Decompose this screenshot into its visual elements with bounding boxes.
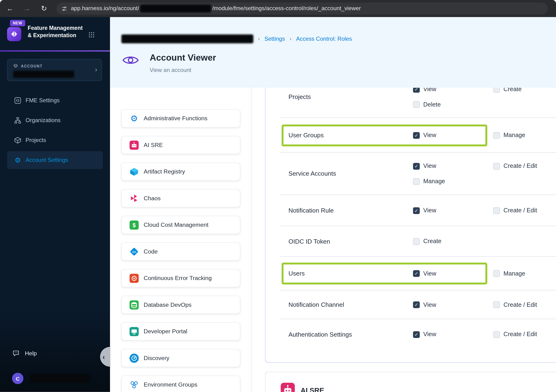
breadcrumb-roles[interactable]: Access Control: Roles <box>296 36 352 42</box>
module-card-developer-portal[interactable]: Developer Portal <box>121 322 240 340</box>
permission-option: ✓View <box>413 330 493 339</box>
module-card-continuous-error-tracking[interactable]: Continuous Error Tracking <box>121 269 240 287</box>
product-title: Feature Management & Experimentation <box>28 24 84 39</box>
resource-label: Notification Channel <box>280 301 413 308</box>
address-bar[interactable]: app.harness.io/ng/account//module/fme/se… <box>56 2 548 15</box>
checkbox-delete[interactable] <box>413 101 420 108</box>
ai-sre-icon <box>129 140 139 149</box>
user-profile[interactable]: C <box>12 373 89 384</box>
app-window: ← → ↻ app.harness.io/ng/account//module/… <box>0 0 556 392</box>
checkbox-view[interactable]: ✓ <box>413 270 420 277</box>
permission-options: ✓ViewCreate / Edit <box>413 206 537 215</box>
accent-divider <box>0 50 110 51</box>
permission-col2: Manage <box>493 131 525 139</box>
checkbox-create-edit[interactable] <box>493 331 500 337</box>
account-layers-icon <box>13 63 18 68</box>
fme-logo-icon <box>7 27 21 41</box>
permissions-rows: Projects✓ViewDeleteCreateUser Groups✓Vie… <box>265 88 556 350</box>
redacted-breadcrumb[interactable] <box>121 34 253 43</box>
module-label: Administrative Functions <box>144 115 208 122</box>
checkbox-create-edit[interactable] <box>493 301 500 308</box>
breadcrumb-settings[interactable]: Settings <box>264 36 285 42</box>
sidebar-item-help[interactable]: Help <box>7 345 37 361</box>
module-card-administrative-functions[interactable]: ⚙Administrative Functions <box>121 109 240 127</box>
site-settings-icon[interactable] <box>61 5 67 11</box>
avatar[interactable]: C <box>12 373 23 384</box>
svg-text:$: $ <box>132 222 136 228</box>
permission-row-authentication-settings: Authentication Settings✓ViewCreate / Edi… <box>265 319 556 350</box>
permission-col2: Manage <box>493 269 525 278</box>
apps-grid-icon[interactable] <box>88 31 95 38</box>
checkbox-view[interactable]: ✓ <box>413 301 420 308</box>
permission-options: ✓ViewCreate / Edit <box>413 330 537 339</box>
checkbox-create[interactable] <box>493 88 500 93</box>
settings-gear-icon: ⚙ <box>14 157 22 164</box>
permission-col1: ✓ViewManage <box>413 162 493 186</box>
module-card-code[interactable]: </>Code <box>121 243 240 260</box>
permission-option-label: View <box>423 132 436 139</box>
checkbox-view[interactable]: ✓ <box>413 163 420 170</box>
checkbox-manage[interactable] <box>493 270 500 277</box>
sidebar-item-projects[interactable]: Projects <box>7 131 103 149</box>
account-label: ACCOUNT <box>21 64 42 68</box>
checkbox-view[interactable]: ✓ <box>413 207 420 214</box>
permission-option-label: View <box>423 270 436 277</box>
checkmark-icon: ✓ <box>415 332 418 337</box>
reload-icon[interactable]: ↻ <box>38 2 50 15</box>
next-section-title: AI SRE <box>301 386 324 392</box>
checkbox-view[interactable]: ✓ <box>413 88 420 93</box>
module-card-cloud-cost-management[interactable]: $Cloud Cost Management <box>121 216 240 234</box>
permission-option: ✓View <box>413 300 493 309</box>
permission-option: Delete <box>413 100 493 109</box>
sidebar-item-organizations[interactable]: Organizations <box>7 111 103 129</box>
permission-options: ✓ViewManageCreate / Edit <box>413 162 537 186</box>
permission-col1: ✓View <box>413 206 493 215</box>
permission-option-label: Manage <box>423 178 445 185</box>
permission-options: ✓ViewDeleteCreate <box>413 88 522 109</box>
sidebar-item-label: Projects <box>26 137 46 143</box>
module-label: Discovery <box>144 355 170 361</box>
permission-col1: ✓View <box>413 330 493 339</box>
checkbox-manage[interactable] <box>413 178 420 185</box>
module-card-discovery[interactable]: Discovery <box>121 349 240 367</box>
resource-label: OIDC ID Token <box>280 238 413 245</box>
account-selector[interactable]: ACCOUNT › <box>7 59 102 81</box>
permission-row-user-groups: User Groups✓ViewManage <box>265 118 556 153</box>
sidebar-item-account-settings[interactable]: ⚙Account Settings <box>7 151 103 169</box>
module-card-database-devops[interactable]: Database DevOps <box>121 296 240 314</box>
permission-row-notification-rule: Notification Rule✓ViewCreate / Edit <box>265 195 556 226</box>
module-card-chaos[interactable]: Chaos <box>121 189 240 207</box>
permission-option: Create / Edit <box>493 206 537 215</box>
error-tracking-icon <box>129 274 139 283</box>
checkbox-create-edit[interactable] <box>493 163 500 170</box>
checkbox-manage[interactable] <box>493 132 500 139</box>
fme-settings-icon <box>14 97 22 104</box>
module-card-ai-sre[interactable]: AI SRE <box>121 136 240 154</box>
checkbox-create-edit[interactable] <box>493 207 500 214</box>
eye-icon <box>122 54 139 66</box>
organizations-icon <box>14 117 22 124</box>
sidebar-item-label: FME Settings <box>26 97 60 104</box>
checkbox-create[interactable] <box>413 238 420 245</box>
help-label: Help <box>25 350 37 356</box>
resource-label: User Groups <box>288 132 413 139</box>
permission-option: Create / Edit <box>493 300 537 309</box>
module-list: ⚙Administrative FunctionsAI SREArtifact … <box>121 109 240 392</box>
next-section-panel: AI SRE <box>265 372 556 392</box>
module-column: ⚙Administrative FunctionsAI SREArtifact … <box>110 88 252 392</box>
permission-option: Create / Edit <box>493 162 537 170</box>
checkbox-view[interactable]: ✓ <box>413 331 420 337</box>
resource-label: Authentication Settings <box>280 331 413 338</box>
permission-option-label: Create / Edit <box>503 207 537 214</box>
module-label: Cloud Cost Management <box>144 222 208 228</box>
module-card-artifact-registry[interactable]: Artifact Registry <box>121 163 240 180</box>
module-card-environment-groups[interactable]: Environment Groups <box>121 376 240 392</box>
permission-option: ✓View <box>413 269 436 278</box>
breadcrumb: › Settings › Access Control: Roles <box>121 34 352 43</box>
back-icon[interactable]: ← <box>4 2 16 15</box>
checkbox-view[interactable]: ✓ <box>413 132 420 139</box>
chaos-icon <box>129 194 139 203</box>
sidebar-item-fme-settings[interactable]: FME Settings <box>7 92 103 109</box>
forward-icon[interactable]: → <box>21 2 33 15</box>
module-label: Artifact Registry <box>144 168 185 175</box>
